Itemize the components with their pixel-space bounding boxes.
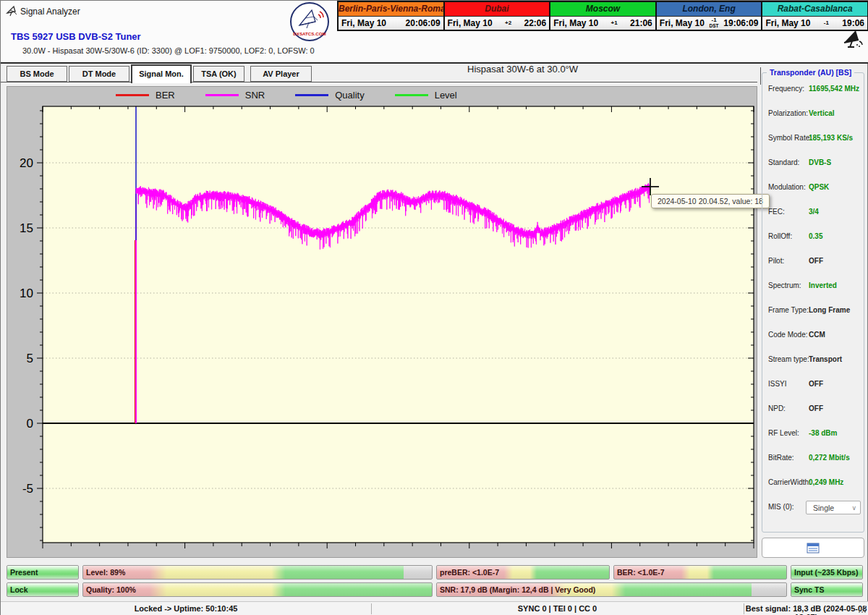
tab-dt-mode[interactable]: DT Mode: [69, 66, 129, 82]
satellite-dish-logo-icon: DXSATCS.COM: [292, 4, 328, 40]
panel-divider: [760, 67, 761, 85]
clock-london-eng: London, EngFri, May 10-1DST19:06:09: [657, 2, 762, 30]
status-best-signal: Best signal: 18,3 dB (2024-05-08 18:07): [744, 604, 868, 615]
bar-label: preBER: <1.0E-7: [437, 566, 609, 579]
clock-time-row: Fri, May 10+222:06: [445, 17, 550, 30]
clock-city-label: Berlin-Paris-Vienna-Roma: [339, 2, 443, 17]
ts-capture-button[interactable]: [762, 538, 864, 558]
bar-label: Input (~235 Kbps): [791, 566, 862, 579]
legend-item-snr[interactable]: SNR: [205, 90, 265, 101]
tp-label-frequency-: Frequency:: [768, 85, 804, 93]
tp-value: Vertical: [809, 109, 835, 117]
transponder-panel: Transponder (AU) [BS] Frequency:11695,54…: [762, 72, 864, 533]
clock-date: Fri, May 10: [660, 18, 705, 28]
tab-tsa-ok-[interactable]: TSA (OK): [193, 66, 244, 82]
tuner-subtitle: 30.0W - Hispasat 30W-5/30W-6 (ID: 3300) …: [22, 46, 315, 55]
tp-label-symbol-rate-: Symbol Rate:: [768, 134, 812, 142]
tp-value: 185,193 KS/s: [809, 134, 853, 142]
tp-value: 11695,542 MHz: [809, 85, 859, 93]
bar-label: Lock: [7, 583, 78, 596]
tp-value: OFF: [809, 257, 823, 265]
mode-tabs: BS ModeDT ModeSignal Mon.TSA (OK)AV Play…: [7, 64, 318, 83]
status-uptime: Locked -> Uptime: 50:10:45: [1, 604, 371, 613]
clock-time: 20:06:09: [406, 18, 441, 28]
window-title: Signal Analyzer: [20, 7, 80, 17]
transponder-panel-title: Transponder (AU) [BS]: [767, 68, 854, 77]
indicator-sync-ts: Sync TS: [791, 582, 863, 597]
tp-label-modulation-: Modulation:: [768, 183, 806, 191]
legend-item-level[interactable]: Level: [395, 90, 457, 101]
tp-label-standard-: Standard:: [768, 158, 799, 166]
tab-signal-mon-[interactable]: Signal Mon.: [131, 64, 192, 83]
legend-line-ber: [116, 94, 149, 96]
logo-text: DXSATCS.COM: [293, 31, 326, 36]
indicator-snr: SNR: 17,9 dB (Margin: 12,4 dB | Very Goo…: [436, 582, 787, 597]
tab-bs-mode[interactable]: BS Mode: [7, 66, 67, 82]
tp-label-carrierwidth-: CarrierWidth:: [768, 478, 811, 486]
tp-label-pilot-: Pilot:: [768, 257, 784, 265]
app-window: Signal Analyzer Berlin-Paris-Vienna-Roma…: [0, 0, 868, 615]
svg-text:5: 5: [27, 352, 33, 365]
tab-av-player[interactable]: AV Player: [250, 66, 312, 82]
legend-line-snr: [205, 94, 239, 96]
clock-city-label: Moscow: [550, 2, 655, 17]
legend-item-quality[interactable]: Quality: [295, 90, 364, 101]
tp-value: OFF: [809, 380, 823, 388]
tp-label-stream-type-: Stream type:: [768, 355, 809, 363]
clock-utc-offset: -1DST: [705, 17, 724, 29]
legend-label: Level: [435, 90, 457, 101]
tp-value: -38 dBm: [809, 429, 837, 437]
indicator-present: Present: [7, 565, 79, 580]
legend-item-ber[interactable]: BER: [116, 90, 175, 101]
tp-label-rf-level-: RF Level:: [768, 429, 799, 437]
legend-label: Quality: [335, 90, 364, 101]
file-list-icon: [807, 543, 820, 554]
tp-label-mis: MIS (0):: [768, 503, 794, 511]
chevron-down-icon: ∨: [851, 501, 856, 514]
tp-label-npd-: NPD:: [768, 404, 786, 412]
tp-value: OFF: [809, 404, 823, 412]
clock-time: 21:06: [630, 18, 652, 28]
status-bar: Locked -> Uptime: 50:10:45 SYNC 0 | TEI …: [1, 601, 868, 615]
bar-label: Sync TS: [791, 583, 862, 596]
clock-time-row: Fri, May 10-1DST19:06:09: [657, 17, 762, 30]
signal-chart[interactable]: BERSNRQualityLevel -505101520 2024-05-10…: [7, 86, 757, 558]
indicator-quality: Quality: 100%: [82, 582, 433, 597]
clock-time-row: Fri, May 10+121:06: [550, 17, 655, 30]
tp-value: Transport: [809, 355, 842, 363]
clock-date: Fri, May 10: [553, 18, 598, 28]
satellite-dish-icon: [840, 27, 866, 53]
svg-text:-5: -5: [22, 482, 33, 496]
clock-date: Fri, May 10: [341, 18, 386, 28]
clock-time-row: Fri, May 1020:06:09: [339, 17, 443, 30]
app-icon: [6, 5, 17, 17]
indicator-row-2: LockQuality: 100%SNR: 17,9 dB (Margin: 1…: [7, 582, 863, 597]
tp-value: Inverted: [809, 281, 837, 289]
resize-grip[interactable]: [859, 606, 867, 614]
chart-plot-area[interactable]: -505101520: [7, 87, 757, 557]
mis-value: Single: [813, 504, 834, 512]
tuner-title: TBS 5927 USB DVB-S2 Tuner: [11, 31, 141, 42]
bar-label: BER: <1.0E-7: [614, 566, 786, 579]
clock-city-label: London, Eng: [657, 2, 762, 17]
clock-date: Fri, May 10: [765, 18, 810, 28]
mis-dropdown[interactable]: Single∨: [806, 501, 861, 514]
indicator-row-1: PresentLevel: 89%preBER: <1.0E-7BER: <1.…: [7, 565, 863, 580]
tp-value: Long Frame: [809, 306, 850, 314]
tp-value: CCM: [809, 331, 825, 339]
legend-line-quality: [295, 94, 328, 96]
tp-value: DVB-S: [809, 158, 831, 166]
bar-label: Quality: 100%: [83, 583, 432, 596]
svg-text:20: 20: [20, 156, 33, 170]
satellite-name: Hispasat 30W-6 at 30.0°W: [467, 62, 584, 77]
clock-time: 19:06:09: [723, 18, 758, 28]
clock-utc-offset: -1: [810, 20, 842, 26]
clock-date: Fri, May 10: [448, 18, 493, 28]
chart-legend: BERSNRQualityLevel: [116, 90, 457, 101]
tp-label-fec-: FEC:: [768, 208, 785, 216]
svg-text:10: 10: [20, 287, 33, 300]
chart-tooltip: 2024-05-10 20.04.52, value: 18: [651, 194, 770, 208]
dxsatcs-logo: DXSATCS.COM: [290, 2, 329, 41]
tp-label-frame-type-: Frame Type:: [768, 306, 809, 314]
indicator-input-235-kbps-: Input (~235 Kbps): [791, 565, 863, 580]
